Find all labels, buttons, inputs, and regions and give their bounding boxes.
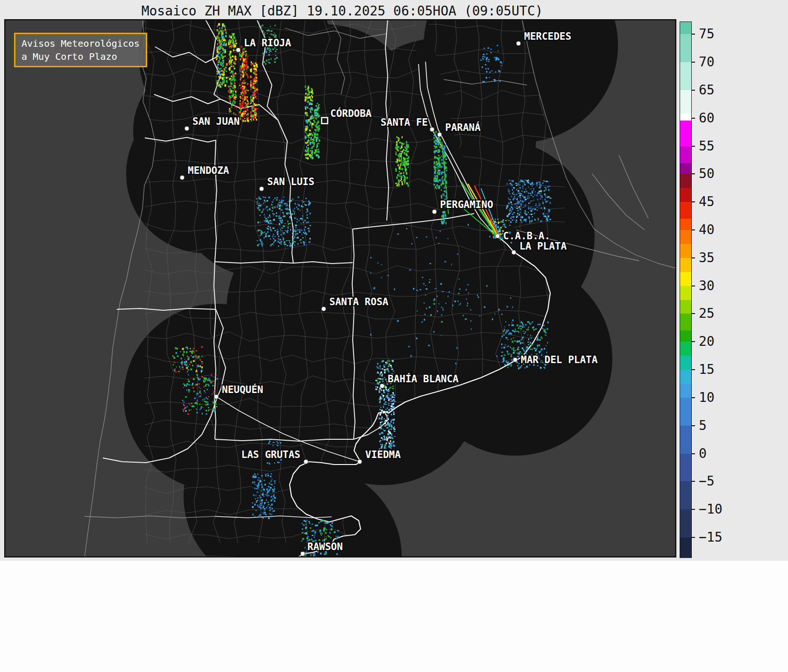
colorbar: 757065605550454035302520151050−5−10−15: [680, 22, 745, 558]
colorbar-tick-label: 35: [699, 250, 715, 265]
city-marker-dot: [495, 234, 500, 238]
colorbar-segment: [680, 258, 691, 272]
city-marker-square: [322, 118, 328, 124]
colorbar-tick-mark: [691, 146, 695, 147]
colorbar-tick-label: 30: [699, 278, 715, 293]
city-marker-dot: [259, 186, 264, 191]
colorbar-segment: [680, 22, 691, 35]
colorbar-tick-label: 75: [699, 26, 715, 42]
city-label: NEUQUÉN: [222, 384, 263, 395]
colorbar-segment: [680, 174, 691, 188]
colorbar-tick-mark: [691, 229, 695, 230]
colorbar-segment: [680, 163, 691, 175]
city-label: BAHÍA BLANCA: [388, 373, 459, 385]
colorbar-tick-mark: [691, 118, 695, 119]
colorbar-tick-label: 45: [699, 194, 715, 209]
colorbar-tick-mark: [691, 369, 695, 370]
warning-box: Avisos Meteorológicos a Muy Corto Plazo: [14, 33, 147, 67]
city-label: MENDOZA: [188, 165, 229, 176]
footer-logos: Servicio Meteorológico Nacional Argentin…: [0, 561, 788, 672]
colorbar-segment: [680, 146, 691, 164]
colorbar-segment: [680, 384, 691, 398]
colorbar-tick-mark: [691, 313, 695, 314]
city-marker-dot: [357, 459, 362, 464]
city-marker-dot: [513, 357, 518, 362]
colorbar-tick-mark: [691, 90, 695, 91]
colorbar-tick-mark: [691, 257, 695, 258]
city-label: MERCEDES: [524, 31, 571, 42]
city-marker-dot: [511, 250, 516, 255]
city-marker-dot: [432, 209, 437, 214]
city-label: MAR DEL PLATA: [521, 354, 598, 365]
colorbar-tick-label: 10: [699, 390, 715, 405]
city-label: SAN JUAN: [192, 116, 240, 127]
colorbar-tick-label: −5: [699, 473, 715, 489]
colorbar-tick-label: 0: [699, 445, 707, 461]
city-marker-dot: [236, 48, 241, 52]
colorbar-segment: [680, 272, 691, 286]
colorbar-tick-mark: [691, 34, 695, 35]
colorbar-segment: [680, 188, 691, 202]
colorbar-segment: [680, 314, 691, 331]
radar-map: LA RIOJAMERCEDESSAN JUANCÓRDOBASANTA FEP…: [5, 20, 676, 557]
city-label: LA PLATA: [519, 241, 567, 252]
colorbar-tick-mark: [691, 481, 695, 482]
colorbar-tick-label: 40: [699, 222, 715, 237]
city-marker-dot: [516, 41, 521, 46]
colorbar-segment: [680, 121, 691, 147]
warning-line-1: Avisos Meteorológicos: [21, 37, 140, 50]
city-label: PARANÁ: [445, 122, 481, 133]
colorbar-segment: [680, 90, 691, 114]
colorbar-segment: [680, 300, 691, 315]
city-label: SANTA ROSA: [329, 296, 389, 307]
city-label: CÓRDOBA: [330, 107, 372, 119]
colorbar-segment: [680, 114, 691, 121]
colorbar-segment: [680, 219, 691, 230]
colorbar-tick-label: 70: [699, 54, 715, 70]
colorbar-tick-label: −15: [699, 529, 723, 545]
colorbar-tick-label: 50: [699, 166, 715, 181]
city-marker-dot: [185, 126, 189, 131]
colorbar-strip: [680, 22, 691, 558]
colorbar-tick-mark: [691, 286, 695, 286]
colorbar-tick-mark: [691, 425, 695, 426]
city-marker-dot: [180, 175, 185, 180]
city-label: C.A.B.A.: [503, 230, 550, 242]
colorbar-segment: [680, 481, 691, 509]
city-marker-dot: [437, 132, 442, 137]
city-marker-dot: [430, 127, 434, 132]
colorbar-segment: [680, 202, 691, 219]
city-label: LAS GRUTAS: [241, 449, 300, 460]
page: { "title": "Mosaico ZH MAX [dBZ] 19.10.2…: [0, 0, 788, 672]
colorbar-segment: [680, 398, 691, 426]
radar-range-circle: [133, 61, 273, 201]
colorbar-segment: [680, 330, 691, 342]
figure-title: Mosaico ZH MAX [dBZ] 19.10.2025 06:05HOA…: [0, 3, 684, 19]
city-label: RAWSON: [307, 541, 343, 552]
city-marker-dot: [304, 459, 308, 464]
city-marker-dot: [300, 551, 305, 556]
colorbar-segment: [680, 509, 691, 537]
colorbar-tick-mark: [691, 453, 695, 454]
colorbar-tick-label: 25: [699, 306, 715, 321]
colorbar-segment: [680, 244, 691, 258]
colorbar-tick-label: 5: [699, 418, 707, 433]
city-label: VIEDMA: [365, 449, 401, 460]
colorbar-segment: [680, 537, 691, 558]
colorbar-tick-mark: [691, 509, 695, 510]
colorbar-segment: [680, 286, 691, 300]
city-c-a-b-a-: C.A.B.A.: [495, 230, 550, 242]
colorbar-tick-mark: [691, 62, 695, 63]
colorbar-segment: [680, 426, 691, 454]
colorbar-tick-label: 20: [699, 334, 715, 349]
city-marker-dot: [380, 384, 384, 388]
colorbar-tick-label: 60: [699, 110, 715, 126]
colorbar-tick-label: 15: [699, 362, 715, 377]
colorbar-segment: [680, 356, 691, 370]
colorbar-segment: [680, 62, 691, 90]
radar-map-svg: LA RIOJAMERCEDESSAN JUANCÓRDOBASANTA FEP…: [5, 20, 676, 557]
city-label: SAN LUIS: [267, 176, 314, 187]
colorbar-tick-mark: [691, 341, 695, 342]
colorbar-segment: [680, 34, 691, 62]
colorbar-tick-label: 55: [699, 138, 715, 153]
